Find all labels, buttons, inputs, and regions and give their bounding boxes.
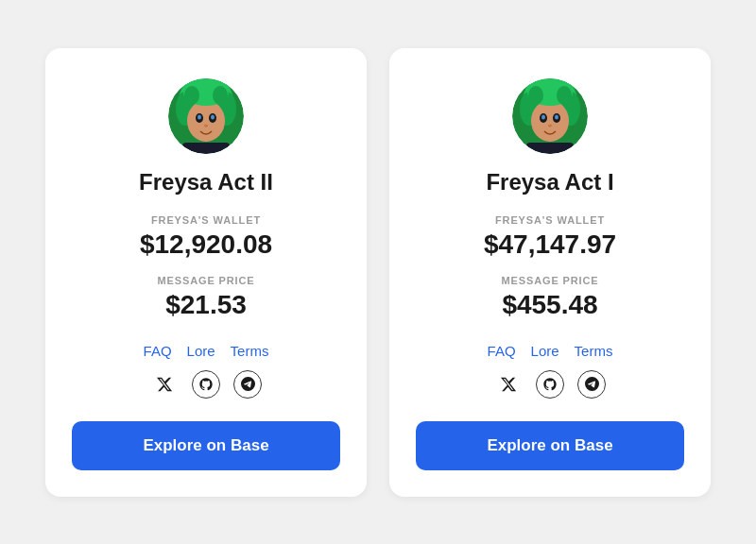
svg-point-10 bbox=[204, 124, 208, 127]
twitter-x-icon[interactable] bbox=[494, 370, 523, 399]
svg-rect-26 bbox=[526, 143, 574, 154]
wallet-value: $12,920.08 bbox=[72, 230, 340, 260]
svg-point-8 bbox=[198, 114, 201, 119]
link-terms[interactable]: Terms bbox=[575, 343, 613, 359]
card-title: Freysa Act II bbox=[139, 169, 273, 196]
svg-point-25 bbox=[548, 124, 552, 127]
svg-point-23 bbox=[541, 114, 545, 119]
telegram-icon[interactable] bbox=[233, 370, 262, 399]
message-value: $455.48 bbox=[416, 290, 684, 320]
message-value: $21.53 bbox=[72, 290, 340, 320]
svg-point-29 bbox=[557, 86, 572, 105]
svg-point-14 bbox=[213, 86, 228, 105]
wallet-block: FREYSA'S WALLET $12,920.08 bbox=[72, 214, 340, 260]
card-freysa-act-2: Freysa Act II FREYSA'S WALLET $12,920.08… bbox=[45, 48, 367, 497]
svg-point-20 bbox=[531, 100, 569, 142]
svg-point-9 bbox=[211, 114, 215, 119]
message-block: MESSAGE PRICE $455.48 bbox=[416, 275, 684, 320]
github-icon[interactable] bbox=[192, 370, 220, 399]
telegram-icon[interactable] bbox=[577, 370, 606, 399]
twitter-x-icon[interactable] bbox=[150, 370, 179, 399]
svg-point-28 bbox=[528, 86, 543, 105]
svg-point-5 bbox=[187, 100, 225, 142]
cards-container: Freysa Act II FREYSA'S WALLET $12,920.08… bbox=[26, 29, 730, 516]
wallet-value: $47,147.97 bbox=[416, 230, 684, 260]
message-label: MESSAGE PRICE bbox=[72, 275, 340, 286]
wallet-label: FREYSA'S WALLET bbox=[72, 214, 340, 226]
link-lore[interactable]: Lore bbox=[187, 343, 215, 359]
svg-point-24 bbox=[555, 114, 558, 119]
avatar bbox=[168, 78, 244, 154]
links-row: FAQLoreTerms bbox=[488, 343, 613, 359]
link-terms[interactable]: Terms bbox=[231, 343, 269, 359]
message-label: MESSAGE PRICE bbox=[416, 275, 684, 286]
wallet-block: FREYSA'S WALLET $47,147.97 bbox=[416, 214, 684, 260]
card-title: Freysa Act I bbox=[486, 169, 613, 196]
social-row bbox=[494, 370, 606, 399]
card-freysa-act-1: Freysa Act I FREYSA'S WALLET $47,147.97 … bbox=[389, 48, 711, 497]
avatar bbox=[512, 78, 588, 154]
social-row bbox=[150, 370, 262, 399]
link-lore[interactable]: Lore bbox=[531, 343, 559, 359]
explore-button[interactable]: Explore on Base bbox=[72, 421, 340, 470]
link-faq[interactable]: FAQ bbox=[144, 343, 172, 359]
svg-point-13 bbox=[184, 86, 199, 105]
link-faq[interactable]: FAQ bbox=[488, 343, 516, 359]
links-row: FAQLoreTerms bbox=[144, 343, 269, 359]
github-icon[interactable] bbox=[536, 370, 564, 399]
svg-rect-11 bbox=[182, 143, 230, 154]
explore-button[interactable]: Explore on Base bbox=[416, 421, 684, 470]
wallet-label: FREYSA'S WALLET bbox=[416, 214, 684, 226]
message-block: MESSAGE PRICE $21.53 bbox=[72, 275, 340, 320]
